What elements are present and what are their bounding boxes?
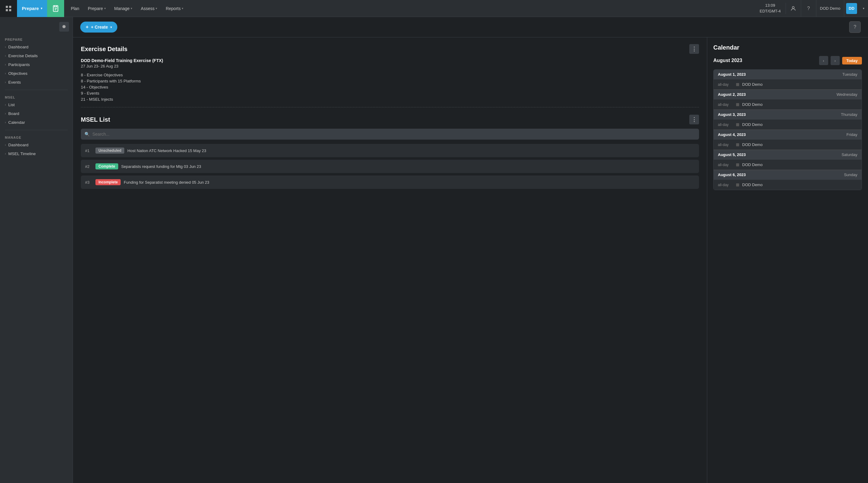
exercise-stat: 21 - MSEL Injects [81, 97, 699, 102]
sidebar-item-label: MSEL Timeline [8, 151, 36, 156]
sidebar: PREPARE ›Dashboard›Exercise Details›Part… [0, 17, 73, 483]
calendar-event-row[interactable]: all-dayDOD Demo [714, 79, 862, 89]
chevron-icon: › [5, 81, 6, 84]
nav-item-manage[interactable]: Manage▾ [110, 0, 137, 17]
calendar-event-row[interactable]: all-dayDOD Demo [714, 139, 862, 150]
help-floating-button[interactable]: ? [849, 21, 861, 33]
module-icon [47, 0, 64, 17]
calendar-event-row[interactable]: all-dayDOD Demo [714, 99, 862, 110]
exercise-stat: 8 - Participants with 15 Platforms [81, 79, 699, 83]
msel-search-wrapper: 🔍 [81, 129, 699, 140]
calendar-day-header[interactable]: August 6, 2023Sunday [714, 170, 862, 179]
msel-list-title: MSEL List [81, 116, 110, 123]
calendar-day-name: Friday [846, 132, 857, 137]
chevron-icon: › [5, 54, 6, 57]
calendar-next-button[interactable]: › [831, 56, 840, 65]
calendar-today-button[interactable]: Today [842, 57, 862, 64]
nav-arrow-icon: ▾ [182, 7, 183, 10]
sidebar-item-msel-timeline[interactable]: ›MSEL Timeline [0, 149, 73, 158]
user-label: DOD Demo [816, 0, 844, 17]
msel-section-label: MSEL [0, 93, 73, 101]
sidebar-item-dashboard[interactable]: ›Dashboard [0, 42, 73, 51]
sidebar-item-label: Dashboard [8, 45, 28, 49]
clipboard-icon [52, 5, 60, 12]
calendar-event-row[interactable]: all-dayDOD Demo [714, 179, 862, 190]
msel-search-input[interactable] [81, 129, 699, 140]
sidebar-item-list[interactable]: ›List [0, 101, 73, 109]
msel-item-number: #1 [85, 148, 92, 153]
msel-item-text: Host Nation ATC Network Hacked 15 May 23 [127, 148, 206, 153]
nav-label: Plan [71, 6, 79, 11]
svg-rect-3 [9, 9, 11, 11]
settings-button[interactable] [59, 22, 69, 32]
sidebar-item-board[interactable]: ›Board [0, 109, 73, 118]
sidebar-item-exercise-details[interactable]: ›Exercise Details [0, 51, 73, 60]
manage-section-label: MANAGE [0, 133, 73, 141]
calendar-day-name: Saturday [842, 152, 857, 157]
exercise-stat: 14 - Objectives [81, 85, 699, 89]
nav-item-assess[interactable]: Assess▾ [136, 0, 161, 17]
calendar-event-row[interactable]: all-dayDOD Demo [714, 160, 862, 170]
sidebar-item-calendar[interactable]: ›Calendar [0, 118, 73, 127]
calendar-day-date: August 4, 2023 [718, 132, 746, 137]
nav-item-prepare[interactable]: Prepare▾ [84, 0, 110, 17]
chevron-icon: › [5, 63, 6, 66]
msel-items-list: #1 Unscheduled Host Nation ATC Network H… [81, 144, 699, 189]
msel-item-badge: Unscheduled [95, 147, 124, 153]
help-icon-button[interactable]: ? [801, 0, 816, 17]
calendar-prev-button[interactable]: ‹ [819, 56, 828, 65]
nav-label: Reports [166, 6, 181, 11]
chevron-icon: › [5, 112, 6, 115]
nav-arrow-icon: ▾ [104, 7, 106, 10]
prepare-section-label: PREPARE [0, 35, 73, 42]
event-time: all-day [718, 103, 733, 107]
event-time: all-day [718, 143, 733, 147]
sidebar-item-objectives[interactable]: ›Objectives [0, 69, 73, 78]
calendar-day-date: August 5, 2023 [718, 152, 746, 157]
exercise-details-title: Exercise Details [81, 46, 127, 53]
svg-point-9 [792, 6, 795, 8]
msel-list-menu-button[interactable]: ⋮ [689, 115, 699, 124]
chevron-icon: › [5, 143, 6, 147]
calendar-day-header[interactable]: August 4, 2023Friday [714, 130, 862, 139]
event-label: DOD Demo [742, 102, 763, 107]
nav-item-reports[interactable]: Reports▾ [161, 0, 188, 17]
sidebar-item-dashboard[interactable]: ›Dashboard [0, 141, 73, 149]
svg-rect-1 [9, 6, 11, 8]
nav-label: Prepare [88, 6, 103, 11]
exercise-dates: 27 Jun 23- 26 Aug 23 [81, 64, 699, 68]
msel-item-badge: Complete [95, 163, 118, 169]
msel-list-section: MSEL List ⋮ 🔍 #1 Unscheduled Host Nation… [81, 115, 699, 189]
sidebar-item-participants[interactable]: ›Participants [0, 60, 73, 69]
msel-item[interactable]: #3 Incomplete Funding for Separatist mee… [81, 175, 699, 189]
create-button[interactable]: + + Create ▾ [80, 22, 117, 32]
app-grid-button[interactable] [0, 0, 17, 17]
center-panel: Exercise Details ⋮ DOD Demo-Field Traini… [73, 37, 707, 483]
top-nav: Prepare ▾ PlanPrepare▾Manage▾Assess▾Repo… [0, 0, 868, 17]
user-dropdown-arrow[interactable]: ▾ [859, 0, 868, 17]
calendar-day-header[interactable]: August 2, 2023Wednesday [714, 89, 862, 99]
msel-item[interactable]: #1 Unscheduled Host Nation ATC Network H… [81, 144, 699, 157]
calendar-day-name: Wednesday [837, 92, 857, 97]
chevron-icon: › [5, 45, 6, 49]
msel-item-number: #2 [85, 164, 92, 169]
event-color-dot [736, 143, 739, 146]
sidebar-item-events[interactable]: ›Events [0, 78, 73, 87]
event-time: all-day [718, 163, 733, 167]
calendar-month: August 2023 [713, 58, 817, 63]
exercise-details-menu-button[interactable]: ⋮ [689, 44, 699, 54]
nav-links: PlanPrepare▾Manage▾Assess▾Reports▾ [64, 0, 755, 17]
calendar-day-header[interactable]: August 3, 2023Thursday [714, 110, 862, 119]
create-arrow-icon: ▾ [110, 26, 112, 29]
calendar-day-header[interactable]: August 1, 2023Tuesday [714, 70, 862, 79]
prepare-menu-button[interactable]: Prepare ▾ [17, 0, 47, 17]
user-icon-button[interactable] [786, 0, 801, 17]
nav-item-plan[interactable]: Plan [67, 0, 84, 17]
calendar-day-name: Sunday [844, 172, 857, 177]
event-color-dot [736, 83, 739, 86]
calendar-day-header[interactable]: August 5, 2023Saturday [714, 150, 862, 160]
msel-item[interactable]: #2 Complete Separatists request funding … [81, 160, 699, 173]
chevron-icon: › [5, 121, 6, 124]
calendar-event-row[interactable]: all-dayDOD Demo [714, 119, 862, 130]
exercise-details-section: Exercise Details ⋮ DOD Demo-Field Traini… [81, 44, 699, 107]
